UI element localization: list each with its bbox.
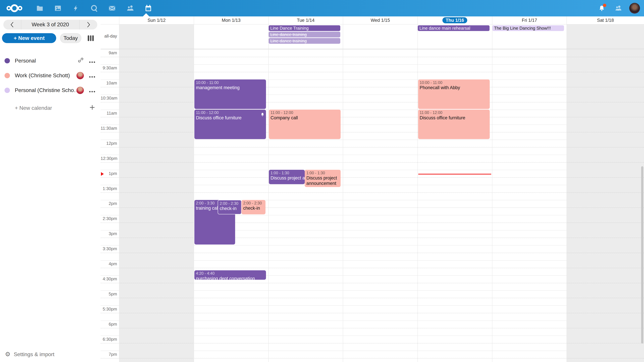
calendar-week-view: Sun 1/12Mon 1/13Tue 1/14Wed 1/15Thu 1/16… <box>100 16 644 362</box>
time-axis-label: 11:30am <box>100 125 119 132</box>
event[interactable]: 1:00 - 1:30Discuss project announcement <box>305 170 340 187</box>
files-icon[interactable] <box>31 0 49 16</box>
allday-event[interactable]: Line dance training <box>269 38 340 44</box>
day-header-label: Sun 1/12 <box>148 18 166 23</box>
event[interactable]: 2:00 - 2:30check-in <box>242 200 266 214</box>
new-event-button[interactable]: + New event <box>2 33 56 43</box>
current-time-arrow <box>101 172 104 176</box>
day-column-4[interactable] <box>418 24 492 362</box>
view-columns-button[interactable] <box>87 34 95 42</box>
event-time: 1:00 - 1:30 <box>270 171 303 175</box>
settings-import-button[interactable]: ⚙ Settings & import <box>5 351 54 358</box>
calendar-name: Personal <box>15 58 78 64</box>
plus-icon <box>90 104 95 112</box>
day-header-label: Thu 1/16 <box>442 17 467 23</box>
allday-event[interactable]: The Big Line Dancing Show!!! <box>492 25 564 31</box>
allday-event[interactable]: Line Dance Training <box>269 25 340 31</box>
event-time: 11:00 - 12:00 <box>196 110 264 115</box>
allday-bottom-border <box>100 49 644 49</box>
event[interactable]: 11:00 - 12:00Company call <box>269 110 340 139</box>
current-time-line <box>418 174 491 175</box>
activity-icon[interactable] <box>67 0 85 16</box>
calendar-color-dot[interactable] <box>4 58 10 63</box>
day-column-1[interactable] <box>194 24 268 362</box>
event-time: 10:00 - 11:00 <box>196 80 264 85</box>
settings-label: Settings & import <box>14 351 54 358</box>
sidebar-item-calendar-0[interactable]: Personal <box>0 53 100 68</box>
allday-event[interactable]: Line dance main rehearsal <box>418 25 490 31</box>
day-column-0[interactable] <box>119 24 194 362</box>
photos-icon[interactable] <box>49 0 67 16</box>
day-header-wed[interactable]: Wed 1/15 <box>343 16 418 24</box>
mail-icon[interactable] <box>103 0 121 16</box>
day-header-label: Fri 1/17 <box>522 18 537 23</box>
week-range-label[interactable]: Week 3 of 2020 <box>21 20 79 30</box>
share-link-icon[interactable] <box>78 57 84 65</box>
calendar-menu-button[interactable] <box>89 57 95 64</box>
calendar-list: PersonalWork (Christine Schott)Personal … <box>0 53 100 97</box>
event[interactable]: 1:00 - 1:30Discuss project announcement <box>269 170 305 184</box>
event[interactable]: 2:00 - 2:30check-in <box>218 200 242 214</box>
sidebar-item-calendar-2[interactable]: Personal (Christine Scho… <box>0 83 100 98</box>
time-axis-label: 2:30pm <box>100 215 119 222</box>
day-header-sat[interactable]: Sat 1/18 <box>566 16 644 24</box>
day-header-fri[interactable]: Fri 1/17 <box>492 16 567 24</box>
sidebar-actions: + New event Today <box>2 33 97 43</box>
calendar-menu-button[interactable] <box>89 87 95 94</box>
allday-label: all-day <box>100 34 117 38</box>
week-switcher: Week 3 of 2020 <box>3 20 98 30</box>
event[interactable]: 11:00 - 12:00Discuss office furniture <box>418 110 490 139</box>
calendar-color-dot[interactable] <box>4 88 10 93</box>
time-axis-label: 5:30pm <box>100 306 119 312</box>
time-axis-label: 9:30am <box>100 65 119 71</box>
user-avatar[interactable] <box>629 3 640 13</box>
calendar-color-dot[interactable] <box>4 73 10 78</box>
vertical-scrollbar[interactable] <box>641 166 643 344</box>
reminder-bell-icon <box>260 111 264 118</box>
event[interactable]: 10:00 - 11:00management meeting <box>194 79 266 109</box>
gear-icon: ⚙ <box>5 351 10 358</box>
event-time: 10:00 - 11:00 <box>420 80 488 85</box>
event[interactable]: 11:00 - 12:00Discuss office furniture <box>194 110 266 139</box>
app-menu <box>31 0 157 16</box>
sidebar: Week 3 of 2020 + New event Today Persona… <box>0 16 100 362</box>
contacts-icon[interactable] <box>121 0 139 16</box>
event[interactable]: 4:20 - 4:40purchasing dept conversation <box>194 270 266 280</box>
event[interactable]: 10:00 - 11:00Phonecall with Abby <box>418 79 490 109</box>
time-axis-label: 9am <box>100 50 119 56</box>
sidebar-item-calendar-1[interactable]: Work (Christine Schott) <box>0 68 100 83</box>
event-title: Company call <box>270 115 339 121</box>
day-header-sun[interactable]: Sun 1/12 <box>119 16 194 24</box>
event-title: purchasing dept conversation <box>196 276 264 280</box>
day-header-label: Sat 1/18 <box>597 18 614 23</box>
talk-icon[interactable] <box>85 0 103 16</box>
calendar-owner-avatar <box>76 72 84 79</box>
time-axis-label: 6:30pm <box>100 336 119 343</box>
event-title: management meeting <box>196 85 264 90</box>
day-header-mon[interactable]: Mon 1/13 <box>194 16 268 24</box>
day-column-3[interactable] <box>343 24 418 362</box>
day-header-label: Mon 1/13 <box>222 18 240 23</box>
topbar <box>0 0 644 16</box>
time-axis-label: 4:30pm <box>100 276 119 282</box>
notifications-bell-icon[interactable] <box>596 3 607 13</box>
day-header-tue[interactable]: Tue 1/14 <box>268 16 343 24</box>
calendar-name: Personal (Christine Scho… <box>15 87 76 93</box>
allday-event[interactable]: Line dance training <box>269 32 340 37</box>
day-header-thu[interactable]: Thu 1/16 <box>418 16 492 24</box>
day-column-2[interactable] <box>268 24 343 362</box>
event-time: 2:00 - 2:30 <box>220 201 240 206</box>
new-calendar-button[interactable]: + New calendar <box>0 102 100 114</box>
nextcloud-logo[interactable] <box>4 0 25 16</box>
today-button[interactable]: Today <box>60 33 81 43</box>
time-axis-label: 10:30am <box>100 95 119 101</box>
next-week-button[interactable] <box>79 20 98 30</box>
calendar-menu-button[interactable] <box>89 72 95 79</box>
day-column-5[interactable] <box>492 24 567 362</box>
contacts-menu-icon[interactable] <box>613 3 624 13</box>
day-column-6[interactable] <box>566 24 644 362</box>
event-time: 2:00 - 2:30 <box>243 201 264 206</box>
previous-week-button[interactable] <box>3 20 22 30</box>
calendar-item-actions <box>76 72 96 79</box>
event-title: check-in <box>220 206 240 211</box>
